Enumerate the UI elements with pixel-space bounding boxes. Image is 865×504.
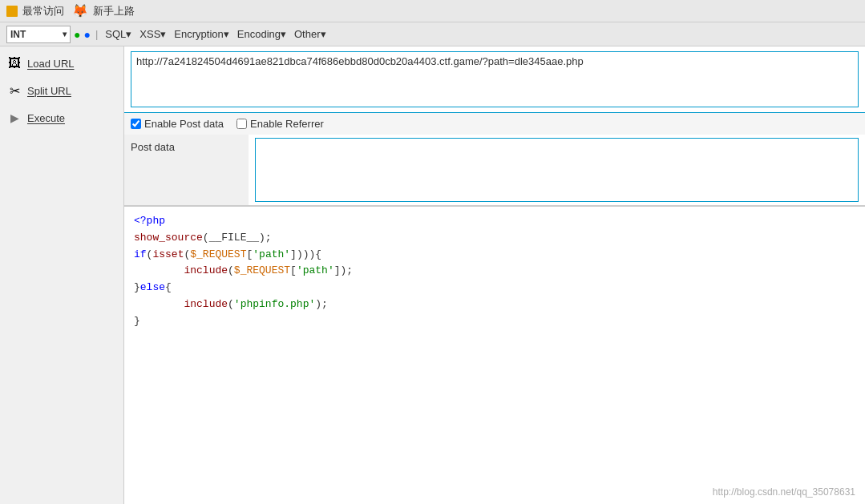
int-select-value: INT	[10, 29, 26, 40]
content-area: http://7a241824504d4691ae821dbca74f686eb…	[124, 46, 865, 504]
url-input-wrap[interactable]: http://7a241824504d4691ae821dbca74f686eb…	[131, 51, 859, 107]
int-select[interactable]: INT ▾	[6, 26, 71, 43]
sidebar: 🖼 Load URL ✂ Split URL ▶ Execute	[0, 46, 124, 504]
split-url-icon: ✂	[6, 83, 22, 99]
toolbar-sep1: |	[95, 28, 98, 40]
main-toolbar: INT ▾ ● ● | SQL▾ XSS▾ Encryption▾ Encodi…	[0, 22, 865, 46]
url-display[interactable]: http://7a241824504d4691ae821dbca74f686eb…	[136, 55, 584, 67]
code-line-4: include($_REQUEST['path']);	[134, 263, 855, 280]
php-tag: <?php	[134, 215, 165, 227]
blue-dot-icon[interactable]: ●	[83, 28, 90, 41]
enable-post-data-checkbox[interactable]	[131, 119, 141, 129]
enable-referrer-text: Enable Referrer	[250, 118, 324, 130]
xss-menu[interactable]: XSS▾	[137, 27, 168, 41]
sidebar-item-load-url[interactable]: 🖼 Load URL	[0, 50, 123, 77]
sidebar-item-execute[interactable]: ▶ Execute	[0, 104, 123, 131]
code-area: <?php show_source(__FILE__); if(isset($_…	[124, 205, 865, 504]
favicon-icon	[6, 6, 18, 17]
checkbox-row: Enable Post data Enable Referrer	[124, 112, 865, 135]
post-data-section: Post data	[124, 135, 865, 205]
code-line-6: include('phpinfo.php');	[134, 296, 855, 313]
code-line-1: <?php	[134, 213, 855, 230]
sidebar-item-split-url[interactable]: ✂ Split URL	[0, 77, 123, 104]
code-line-5: }else{	[134, 280, 855, 296]
encryption-menu[interactable]: Encryption▾	[172, 27, 231, 41]
enable-referrer-checkbox[interactable]	[236, 119, 247, 129]
green-dot-icon[interactable]: ●	[74, 28, 80, 41]
sql-menu[interactable]: SQL▾	[103, 27, 134, 41]
encoding-menu[interactable]: Encoding▾	[235, 27, 289, 41]
top-nav: 最常访问 🦊 新手上路	[0, 0, 865, 22]
watermark: http://blog.csdn.net/qq_35078631	[713, 486, 855, 498]
url-section: http://7a241824504d4691ae821dbca74f686eb…	[124, 46, 865, 112]
main-container: 🖼 Load URL ✂ Split URL ▶ Execute http://…	[0, 46, 865, 504]
firefox-icon: 🦊	[72, 3, 88, 18]
execute-icon: ▶	[6, 110, 22, 126]
int-select-arrow: ▾	[63, 30, 67, 38]
enable-post-data-label[interactable]: Enable Post data	[131, 118, 224, 130]
code-line-2: show_source(__FILE__);	[134, 230, 855, 247]
enable-referrer-label[interactable]: Enable Referrer	[236, 118, 324, 130]
post-data-label: Post data	[124, 135, 249, 205]
enable-post-data-text: Enable Post data	[144, 118, 224, 130]
load-url-icon: 🖼	[6, 55, 22, 71]
show-source-fn: show_source	[134, 232, 203, 244]
code-line-7: }	[134, 313, 855, 330]
most-visited-label: 最常访问	[22, 4, 64, 18]
newbie-label: 新手上路	[93, 4, 135, 18]
other-menu[interactable]: Other▾	[292, 27, 329, 41]
code-line-3: if(isset($_REQUEST['path']))){	[134, 247, 855, 264]
load-url-label: Load URL	[27, 58, 75, 70]
if-keyword: if	[134, 248, 147, 260]
execute-label: Execute	[27, 112, 65, 124]
split-url-label: Split URL	[27, 85, 71, 97]
post-data-input[interactable]	[255, 138, 859, 202]
